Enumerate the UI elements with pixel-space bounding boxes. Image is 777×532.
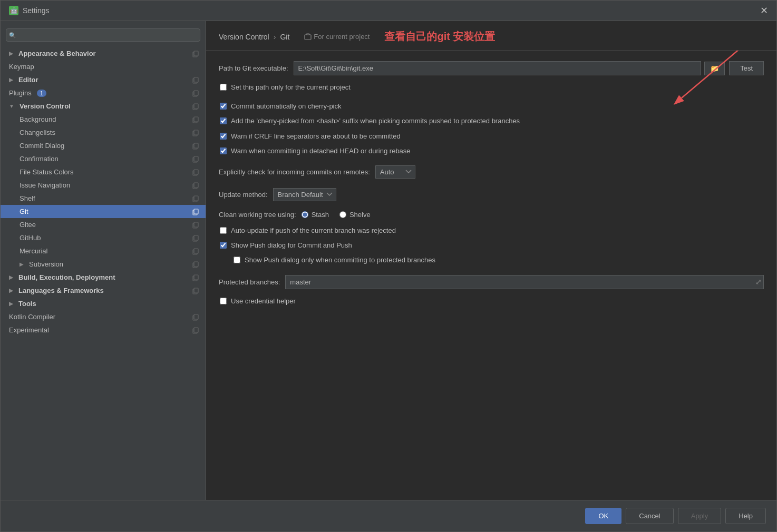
protected-wrapper: ⤢: [285, 275, 764, 289]
svg-rect-31: [194, 262, 198, 267]
sidebar-label-plugins: Plugins: [9, 89, 32, 97]
svg-rect-17: [194, 170, 198, 174]
update-method-select[interactable]: Branch Default Merge Rebase: [273, 188, 336, 201]
cherry-pick-checkbox[interactable]: [220, 103, 227, 110]
sidebar-item-kotlin[interactable]: Kotlin Compiler: [1, 310, 206, 323]
copy-icon-subversion: [192, 261, 199, 268]
shelve-radio[interactable]: [339, 211, 346, 218]
show-push-dialog-checkbox[interactable]: [220, 242, 227, 249]
sidebar-item-experimental[interactable]: Experimental: [1, 323, 206, 337]
sidebar-item-git[interactable]: Git: [1, 205, 206, 218]
copy-icon-issue: [192, 182, 199, 189]
set-path-checkbox[interactable]: [220, 84, 227, 91]
svg-rect-9: [194, 117, 198, 122]
close-button[interactable]: ✕: [760, 6, 768, 15]
breadcrumb-parent: Version Control: [219, 33, 269, 41]
sidebar-item-editor[interactable]: ▶ Editor: [1, 73, 206, 86]
credential-helper-row: Use credential helper: [219, 297, 764, 306]
sidebar-item-file-status-colors[interactable]: File Status Colors: [1, 165, 206, 179]
sidebar-label-editor: Editor: [18, 76, 38, 84]
sidebar-label-subversion: Subversion: [29, 260, 63, 268]
content-body: Path to Git executable: 📁 Test Set this …: [206, 51, 776, 500]
sidebar-item-issue-navigation[interactable]: Issue Navigation: [1, 179, 206, 192]
search-input[interactable]: [6, 28, 200, 42]
expand-arrow-editor-icon: ▶: [9, 77, 13, 83]
help-button[interactable]: Help: [725, 508, 766, 524]
expand-arrow-svn-icon: ▶: [20, 261, 24, 267]
path-row: Path to Git executable: 📁 Test: [219, 61, 764, 75]
sidebar-label-appearance: Appearance & Behavior: [18, 50, 96, 57]
title-bar-left: 🤖 Settings: [9, 6, 50, 15]
sidebar-item-mercurial[interactable]: Mercurial: [1, 244, 206, 258]
sidebar-label-languages: Languages & Frameworks: [18, 287, 104, 294]
stash-radio[interactable]: [302, 211, 308, 218]
cherry-hash-row: Add the 'cherry-picked from <hash>' suff…: [219, 116, 764, 126]
ok-button[interactable]: OK: [585, 508, 621, 524]
stash-radio-option[interactable]: Stash: [302, 211, 329, 219]
crlf-checkbox[interactable]: [220, 133, 227, 140]
sidebar-item-commit-dialog[interactable]: Commit Dialog: [1, 139, 206, 152]
auto-update-checkbox[interactable]: [220, 227, 227, 234]
copy-icon-kotlin: [192, 313, 199, 321]
detached-head-label: Warn when committing in detached HEAD or…: [231, 146, 411, 156]
sidebar-label-shelf: Shelf: [20, 194, 35, 202]
copy-icon-git: [192, 208, 199, 215]
update-method-label: Update method:: [219, 191, 268, 199]
sidebar-item-languages[interactable]: ▶ Languages & Frameworks: [1, 284, 206, 297]
protected-input[interactable]: [285, 275, 764, 289]
copy-icon-mercurial: [192, 248, 199, 255]
set-path-label: Set this path only for the current proje…: [231, 83, 351, 92]
search-box: [1, 25, 206, 45]
test-button[interactable]: Test: [729, 61, 764, 75]
settings-dialog: 🤖 Settings ✕ ▶ Appearance & Behavior: [0, 0, 777, 532]
sidebar-item-keymap[interactable]: Keymap: [1, 60, 206, 73]
sidebar-item-background[interactable]: Background: [1, 113, 206, 126]
sidebar-label-changelists: Changelists: [20, 129, 55, 136]
shelve-radio-option[interactable]: Shelve: [339, 211, 371, 219]
svg-rect-29: [194, 249, 198, 253]
copy-icon-languages: [192, 287, 199, 294]
svg-rect-25: [194, 222, 198, 227]
svg-rect-19: [194, 183, 198, 188]
sidebar-item-shelf[interactable]: Shelf: [1, 192, 206, 205]
project-icon: [304, 33, 312, 41]
sidebar-label-kotlin: Kotlin Compiler: [9, 313, 55, 321]
sidebar: ▶ Appearance & Behavior Keymap ▶ Editor: [1, 21, 206, 500]
sidebar-item-subversion[interactable]: ▶ Subversion: [1, 258, 206, 271]
sidebar-label-github: GitHub: [20, 234, 41, 242]
copy-icon-vc: [192, 103, 199, 110]
incoming-commits-row: Explicitly check for incoming commits on…: [219, 165, 764, 179]
sidebar-item-tools[interactable]: ▶ Tools: [1, 297, 206, 310]
svg-rect-35: [194, 288, 198, 293]
credential-helper-checkbox[interactable]: [220, 298, 227, 304]
sidebar-item-plugins[interactable]: Plugins 1: [1, 86, 206, 100]
crlf-label: Warn if CRLF line separators are about t…: [231, 132, 401, 141]
sidebar-item-changelists[interactable]: Changelists: [1, 126, 206, 139]
cancel-button[interactable]: Cancel: [626, 508, 673, 524]
show-push-dialog-label: Show Push dialog for Commit and Push: [231, 241, 352, 250]
detached-head-checkbox[interactable]: [220, 147, 227, 154]
path-input-wrapper: 📁: [294, 61, 725, 75]
show-push-protected-checkbox[interactable]: [234, 257, 240, 263]
expand-icon[interactable]: ⤢: [755, 278, 762, 286]
svg-rect-27: [194, 235, 198, 240]
show-push-protected-label: Show Push dialog only when committing to…: [245, 255, 435, 265]
sidebar-item-version-control[interactable]: ▼ Version Control: [1, 100, 206, 113]
apply-button[interactable]: Apply: [678, 508, 722, 524]
sidebar-item-build[interactable]: ▶ Build, Execution, Deployment: [1, 271, 206, 284]
browse-folder-button[interactable]: 📁: [704, 62, 725, 75]
incoming-commits-select[interactable]: Auto Always Never: [375, 165, 415, 179]
sidebar-label-version-control: Version Control: [20, 102, 71, 110]
crlf-row: Warn if CRLF line separators are about t…: [219, 132, 764, 141]
sidebar-item-github[interactable]: GitHub: [1, 231, 206, 244]
path-input[interactable]: [294, 61, 702, 75]
svg-rect-21: [194, 196, 198, 201]
copy-icon-experimental: [192, 327, 199, 334]
annotation-text: 查看自己的git 安装位置: [384, 29, 495, 44]
cherry-hash-checkbox[interactable]: [220, 117, 227, 124]
sidebar-item-confirmation[interactable]: Confirmation: [1, 152, 206, 165]
sidebar-label-issue-navigation: Issue Navigation: [20, 181, 70, 189]
sidebar-item-appearance[interactable]: ▶ Appearance & Behavior: [1, 47, 206, 60]
svg-rect-1: [194, 51, 198, 56]
sidebar-item-gitee[interactable]: Gitee: [1, 218, 206, 231]
